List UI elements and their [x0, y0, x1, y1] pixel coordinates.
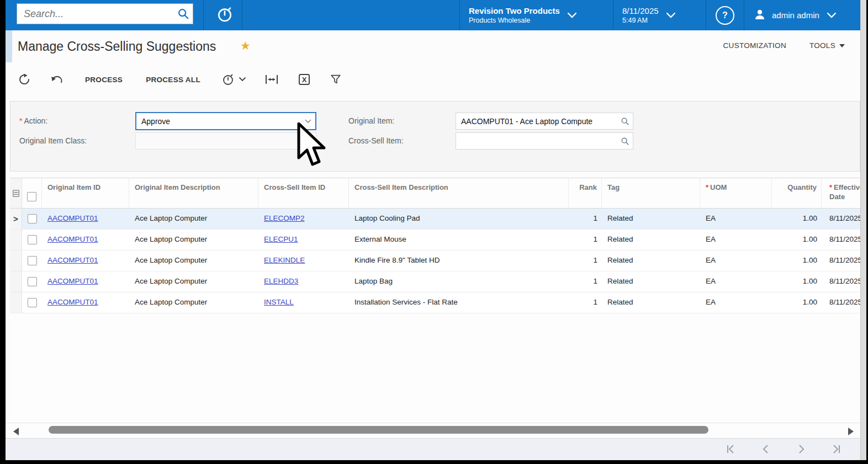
row-checkbox[interactable]: [28, 298, 37, 307]
cross_sell_item_id-link[interactable]: ELECPU1: [264, 235, 298, 243]
user-icon: [753, 8, 766, 23]
row-indicator-cell: [10, 250, 22, 271]
process-all-button[interactable]: PROCESS ALL: [144, 72, 203, 87]
undo-button[interactable]: [50, 73, 64, 86]
table-row[interactable]: AACOMPUT01Ace Laptop ComputerELEHDD3Lapt…: [10, 271, 860, 292]
scroll-right-arrow[interactable]: [848, 428, 854, 435]
row-checkbox[interactable]: [28, 214, 37, 223]
favorite-star-icon[interactable]: ★: [240, 39, 251, 52]
column-header-indicator[interactable]: [10, 178, 22, 208]
application-window: Revision Two Products Products Wholesale…: [6, 0, 860, 460]
row-checkbox[interactable]: [28, 256, 37, 265]
export-excel-button[interactable]: X: [298, 73, 311, 86]
cross_sell_item_id-link[interactable]: INSTALL: [264, 298, 294, 306]
search-icon[interactable]: [174, 8, 193, 20]
global-search[interactable]: [17, 3, 193, 24]
grid-footer: [6, 438, 860, 460]
column-header-original_item_id[interactable]: Original Item ID: [42, 178, 129, 208]
column-header-label: Cross-Sell Item ID: [264, 183, 325, 191]
cell-effective_date: 8/11/2025: [822, 230, 860, 250]
cross-sell-item-input[interactable]: [456, 137, 617, 146]
cross_sell_item_id-link[interactable]: ELEHDD3: [264, 277, 298, 285]
business-date-button[interactable]: [208, 0, 242, 30]
cell-cross_sell_item_description: Installation Services - Flat Rate: [349, 292, 569, 313]
cell-rank: 1: [569, 230, 602, 250]
original_item_id-link[interactable]: AACOMPUT01: [47, 235, 98, 243]
select-all-checkbox[interactable]: [27, 192, 36, 201]
cell-effective_date: 8/11/2025: [822, 250, 860, 271]
column-header-cross_sell_item_id[interactable]: Cross-Sell Item ID: [258, 178, 349, 208]
table-row[interactable]: >AACOMPUT01Ace Laptop ComputerELECOMP2La…: [10, 209, 860, 230]
row-indicator-cell: [10, 271, 22, 292]
column-header-uom[interactable]: *UOM: [700, 178, 772, 208]
cell-quantity: 1.00: [772, 271, 822, 292]
table-row[interactable]: AACOMPUT01Ace Laptop ComputerINSTALLInst…: [10, 292, 860, 313]
cell-quantity: 1.00: [772, 292, 822, 313]
cross_sell_item_id-link[interactable]: ELEKINDLE: [264, 256, 305, 264]
lookup-icon[interactable]: [617, 137, 633, 146]
row-checkbox-cell: [22, 271, 42, 292]
column-header-rank[interactable]: Rank: [569, 178, 602, 208]
row-checkbox[interactable]: [28, 235, 37, 244]
previous-page-button[interactable]: [759, 442, 773, 456]
customization-menu[interactable]: CUSTOMIZATION: [723, 41, 786, 50]
next-page-button[interactable]: [794, 442, 808, 456]
cell-cross_sell_item_id: ELECOMP2: [258, 209, 349, 229]
row-checkbox[interactable]: [28, 277, 37, 286]
cell-tag: Related: [602, 292, 700, 313]
cell-cross_sell_item_description: External Mouse: [349, 230, 569, 250]
page-scrollbar[interactable]: [860, 0, 866, 460]
original-item-input[interactable]: [456, 117, 617, 126]
cross-sell-item-field[interactable]: [456, 132, 633, 150]
original-item-class-input[interactable]: [136, 137, 316, 146]
original-item-class-label: Original Item Class:: [19, 136, 87, 145]
scroll-left-arrow[interactable]: [13, 428, 19, 435]
scrollbar-thumb[interactable]: [49, 426, 708, 434]
refresh-button[interactable]: [18, 73, 31, 86]
column-header-label: Original Item ID: [47, 183, 100, 191]
original-item-class-field[interactable]: [135, 132, 316, 150]
schedule-button[interactable]: [221, 73, 246, 86]
page-header: Manage Cross-Selling Suggestions ★ CUSTO…: [6, 30, 860, 62]
action-select[interactable]: Approve: [135, 112, 316, 130]
user-menu[interactable]: admin admin: [744, 0, 860, 30]
cell-rank: 1: [569, 271, 602, 292]
original_item_id-link[interactable]: AACOMPUT01: [47, 214, 98, 222]
lookup-icon[interactable]: [617, 117, 633, 126]
column-header-effective_date[interactable]: *Effective Date: [822, 178, 860, 208]
cell-quantity: 1.00: [772, 230, 822, 250]
cell-uom: EA: [700, 292, 772, 313]
table-row[interactable]: AACOMPUT01Ace Laptop ComputerELEKINDLEKi…: [10, 250, 860, 271]
cell-original_item_id: AACOMPUT01: [42, 230, 129, 250]
last-page-button[interactable]: [829, 442, 844, 456]
tools-menu[interactable]: TOOLS: [809, 41, 845, 50]
column-header-label: Cross-Sell Item Description: [354, 183, 448, 191]
required-marker: *: [19, 116, 22, 125]
business-date-selector[interactable]: 8/11/2025 5:49 AM: [613, 0, 706, 30]
cell-original_item_id: AACOMPUT01: [42, 209, 129, 229]
processing-filter-panel: *Action: Approve Original Item Class: Or…: [10, 101, 860, 172]
fit-width-button[interactable]: [264, 73, 279, 86]
column-header-tag[interactable]: Tag: [602, 178, 700, 208]
cross_sell_item_id-link[interactable]: ELECOMP2: [264, 214, 305, 222]
svg-text:X: X: [302, 76, 307, 84]
cell-original_item_description: Ace Laptop Computer: [129, 230, 258, 250]
table-row[interactable]: AACOMPUT01Ace Laptop ComputerELECPU1Exte…: [10, 230, 860, 250]
original-item-field[interactable]: [456, 113, 633, 130]
help-button[interactable]: ?: [706, 0, 744, 30]
original_item_id-link[interactable]: AACOMPUT01: [47, 277, 98, 285]
original_item_id-link[interactable]: AACOMPUT01: [47, 256, 98, 264]
column-header-cross_sell_item_description[interactable]: Cross-Sell Item Description: [349, 178, 569, 208]
filter-button[interactable]: [330, 73, 342, 86]
column-header-quantity[interactable]: Quantity: [772, 178, 822, 208]
cell-cross_sell_item_id: ELEKINDLE: [258, 250, 349, 271]
branch-name: Products Wholesale: [469, 16, 560, 25]
process-button[interactable]: PROCESS: [83, 72, 125, 87]
original_item_id-link[interactable]: AACOMPUT01: [47, 298, 98, 306]
company-branch-selector[interactable]: Revision Two Products Products Wholesale: [459, 0, 613, 30]
search-input[interactable]: [17, 8, 174, 20]
row-checkbox-cell: [22, 209, 42, 229]
row-checkbox-cell: [22, 250, 42, 271]
column-header-original_item_description[interactable]: Original Item Description: [129, 178, 258, 208]
first-page-button[interactable]: [723, 442, 738, 456]
